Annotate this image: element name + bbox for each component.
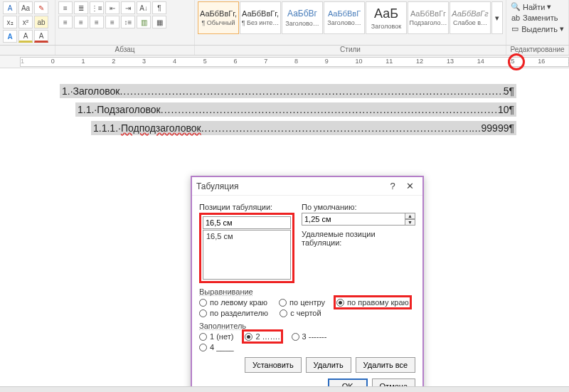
tab-position-input[interactable] xyxy=(203,216,291,229)
spin-up[interactable]: ▲ xyxy=(405,213,415,219)
leader-under-radio[interactable]: 4 ____ xyxy=(199,343,234,351)
replace-icon: ab xyxy=(511,14,521,22)
font-color2-btn[interactable]: A xyxy=(34,30,48,43)
style-tile[interactable]: АаБбВвГгСлабое в… xyxy=(450,1,491,34)
ribbon: A Aa ✎ x₂ x² ab A A A ≡ ≣ ⋮≡ ⇤ ⇥ A↓ ¶ ≡ … xyxy=(0,0,569,46)
chevron-down-icon: ▾ xyxy=(547,2,551,11)
toc-line[interactable]: 1.·Заголовок ...........................… xyxy=(60,84,516,98)
change-case-btn[interactable]: Aa xyxy=(18,1,33,14)
ribbon-group-styles: АаБбВвГг,¶ ОбычныйАаБбВвГг,¶ Без инте…Аа… xyxy=(195,0,506,45)
spin-down[interactable]: ▼ xyxy=(405,219,415,226)
toc-line[interactable]: 1.1.1.·Подподзаголовок .................… xyxy=(91,121,516,135)
leader-dashes-radio[interactable]: 3 ------- xyxy=(292,332,327,341)
dialog-title: Табуляция xyxy=(196,181,384,191)
find-button[interactable]: 🔍Найти ▾ xyxy=(509,1,565,12)
multilevel-btn[interactable]: ⋮≡ xyxy=(90,1,104,14)
styles-more-button[interactable]: ▾ xyxy=(491,1,503,34)
close-button[interactable]: ✕ xyxy=(401,181,418,191)
style-tile[interactable]: АаБбВвГг,¶ Без инте… xyxy=(240,1,281,34)
align-decimal-radio[interactable]: по разделителю xyxy=(199,309,268,317)
default-tab-label: По умолчанию: xyxy=(302,203,415,211)
tab-positions-label: Позиции табуляции: xyxy=(199,203,294,211)
style-tile[interactable]: АаБбВвГгПодзаголо… xyxy=(408,1,449,34)
document-page: 1.·Заголовок ...........................… xyxy=(60,80,516,139)
bullets-btn[interactable]: ≡ xyxy=(58,1,73,14)
align-right-btn[interactable]: ≡ xyxy=(90,16,104,28)
ribbon-group-paragraph: ≡ ≣ ⋮≡ ⇤ ⇥ A↓ ¶ ≡ ≡ ≡ ≡ ↕≡ ▥ ▦ xyxy=(55,0,195,45)
leader-dots-radio[interactable]: 2 ……. xyxy=(245,332,280,341)
alignment-group-label: Выравнивание xyxy=(199,287,415,296)
help-button[interactable]: ? xyxy=(384,181,401,191)
status-bar xyxy=(0,386,569,392)
default-tab-input[interactable] xyxy=(302,213,405,226)
show-marks-btn[interactable]: ¶ xyxy=(152,1,166,14)
clear-button[interactable]: Удалить xyxy=(306,357,351,373)
styles-group-label: Стили xyxy=(195,46,506,55)
styles-gallery[interactable]: АаБбВвГг,¶ ОбычныйАаБбВвГг,¶ Без инте…Аа… xyxy=(198,1,503,34)
highlight-btn[interactable]: ab xyxy=(34,16,48,28)
clear-format-btn[interactable]: ✎ xyxy=(34,1,48,14)
annotation-circle xyxy=(508,53,525,70)
font-fill-btn[interactable]: A xyxy=(18,30,33,43)
select-icon: ▭ xyxy=(511,24,519,33)
indent-dec-btn[interactable]: ⇤ xyxy=(105,1,119,14)
replace-button[interactable]: abЗаменить xyxy=(509,13,565,23)
select-button[interactable]: ▭Выделить ▾ xyxy=(509,23,565,34)
align-center-btn[interactable]: ≡ xyxy=(74,16,88,28)
chevron-down-icon: ▾ xyxy=(495,14,499,23)
chevron-down-icon: ▾ xyxy=(560,24,564,33)
align-right-radio[interactable]: по правому краю xyxy=(336,298,409,307)
sort-btn[interactable]: A↓ xyxy=(137,1,151,14)
ribbon-section-labels: Абзац Стили Редактирование xyxy=(0,46,569,55)
style-tile[interactable]: АаБЗаголовок xyxy=(366,1,407,34)
align-bar-radio[interactable]: с чертой xyxy=(280,309,321,317)
align-left-btn[interactable]: ≡ xyxy=(58,16,73,28)
clear-all-button[interactable]: Удалить все xyxy=(356,357,415,373)
ribbon-group-editing: 🔍Найти ▾ abЗаменить ▭Выделить ▾ xyxy=(506,0,569,45)
paragraph-group-label: Абзац xyxy=(55,46,195,55)
superscript-btn[interactable]: x² xyxy=(18,16,33,28)
tab-position-item[interactable]: 16,5 см xyxy=(205,232,289,240)
numbering-btn[interactable]: ≣ xyxy=(74,1,88,14)
leader-group-label: Заполнитель xyxy=(199,322,415,330)
style-tile[interactable]: АаБбВвГЗаголово… xyxy=(324,1,365,34)
align-justify-btn[interactable]: ≡ xyxy=(105,16,119,28)
indent-inc-btn[interactable]: ⇥ xyxy=(121,1,135,14)
align-center-radio[interactable]: по центру xyxy=(279,298,325,307)
dialog-titlebar: Табуляция ? ✕ xyxy=(192,177,422,196)
annotation-box-positions: 16,5 см xyxy=(199,213,294,283)
tab-positions-list[interactable]: 16,5 см xyxy=(203,230,291,280)
ribbon-group-font: A Aa ✎ x₂ x² ab A A A xyxy=(0,0,55,45)
subscript-btn[interactable]: x₂ xyxy=(3,16,17,28)
toc-line[interactable]: 1.1.·Подзаголовок ......................… xyxy=(75,102,516,117)
clear-positions-label: Удаляемые позиции табуляции: xyxy=(302,230,415,247)
align-left-radio[interactable]: по левому краю xyxy=(199,298,267,307)
line-spacing-btn[interactable]: ↕≡ xyxy=(121,16,135,28)
horizontal-ruler[interactable]: 101234567891011121314151617 xyxy=(0,55,569,68)
text-effects-btn[interactable]: A xyxy=(3,30,17,43)
set-button[interactable]: Установить xyxy=(245,357,302,373)
borders-btn[interactable]: ▦ xyxy=(152,16,166,28)
default-tab-spin[interactable]: ▲▼ xyxy=(302,213,415,226)
leader-none-radio[interactable]: 1 (нет) xyxy=(199,332,233,341)
find-icon: 🔍 xyxy=(511,2,521,11)
tabs-dialog: Табуляция ? ✕ Позиции табуляции: 16,5 см… xyxy=(191,176,424,392)
font-color-btn[interactable]: A xyxy=(3,1,17,14)
shading-btn[interactable]: ▥ xyxy=(137,16,151,28)
style-tile[interactable]: АаБбВвГг,¶ Обычный xyxy=(198,1,239,34)
style-tile[interactable]: АаБбВгЗаголово… xyxy=(282,1,323,34)
